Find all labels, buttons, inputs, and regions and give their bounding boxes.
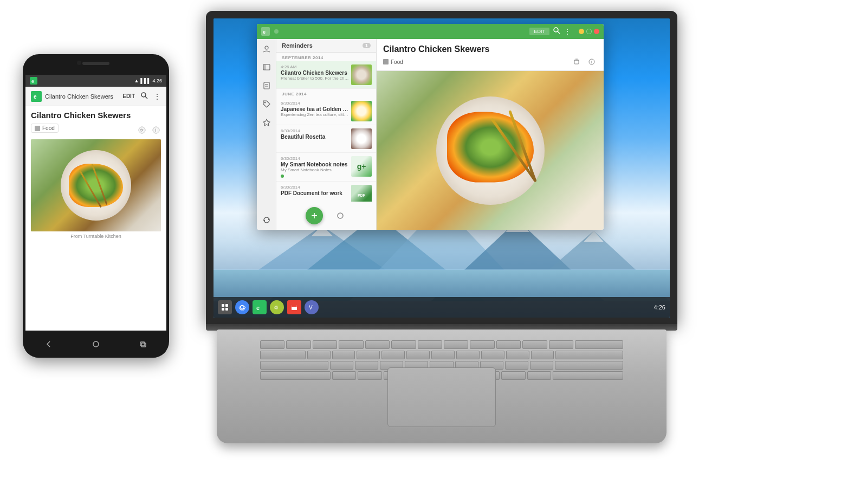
key[interactable] <box>260 351 306 359</box>
key[interactable] <box>527 371 552 380</box>
new-note-fab[interactable]: + <box>306 207 323 224</box>
phone-speaker <box>82 62 109 65</box>
key[interactable] <box>418 340 442 349</box>
key[interactable] <box>555 361 623 370</box>
key[interactable] <box>406 351 430 359</box>
phone-plate <box>61 150 131 221</box>
taskbar-calendar-icon[interactable] <box>287 300 301 314</box>
note-delete-btn[interactable] <box>571 56 582 67</box>
note-item-rosetta[interactable]: 6/30/2014 Beautiful Rosetta <box>276 125 376 153</box>
note-food-image <box>377 71 604 230</box>
key[interactable] <box>575 340 623 349</box>
titlebar-edit-button[interactable]: EDIT <box>529 28 549 35</box>
close-button[interactable] <box>594 29 599 34</box>
key[interactable] <box>358 371 382 380</box>
titlebar-right[interactable]: EDIT ⋮ <box>529 27 599 36</box>
phone-note-tag[interactable]: Food <box>31 124 59 133</box>
note-item-notebook[interactable]: 6/30/2014 My Smart Notebook notes My Sma… <box>276 153 376 182</box>
note-item-cilantro[interactable]: 4:26 AM Cilantro Chicken Skewers Preheat… <box>276 61 376 89</box>
key[interactable] <box>496 340 521 349</box>
key[interactable] <box>481 351 504 359</box>
phone-info-icon[interactable]: i <box>151 125 161 135</box>
note-info-btn[interactable]: i <box>586 56 597 67</box>
note-item-japanese-tea[interactable]: 6/30/2014 Japanese tea at Golden Gate Pa… <box>276 98 376 125</box>
sidebar-icon-shortcuts[interactable] <box>261 117 272 128</box>
titlebar-search-icon[interactable] <box>553 27 560 36</box>
svg-rect-9 <box>140 342 145 346</box>
key[interactable] <box>505 361 528 370</box>
key[interactable] <box>332 351 355 359</box>
sidebar-icon-account[interactable] <box>261 43 272 54</box>
key[interactable] <box>355 361 378 370</box>
phone-topbar-icons[interactable]: EDIT ⋮ <box>122 92 161 101</box>
phone-search-icon[interactable] <box>140 92 148 101</box>
phone-edit-button[interactable]: EDIT <box>122 93 135 99</box>
sidebar-icon-notebooks[interactable] <box>261 62 272 73</box>
key[interactable] <box>307 351 331 359</box>
svg-text:⟳: ⟳ <box>140 128 144 133</box>
key[interactable] <box>501 371 526 380</box>
sidebar-icon-tags[interactable] <box>261 99 272 109</box>
key[interactable] <box>286 340 310 349</box>
key[interactable] <box>555 351 623 359</box>
key[interactable] <box>357 351 380 359</box>
note-notebook-tag[interactable]: Food <box>383 59 403 65</box>
svg-marker-20 <box>584 231 604 242</box>
taskbar-evernote-icon[interactable]: e <box>253 300 267 314</box>
phone-recents-button[interactable] <box>135 339 151 350</box>
svg-rect-8 <box>93 341 99 347</box>
note-list-footer: + <box>276 202 376 230</box>
key[interactable] <box>313 340 337 349</box>
note-content-meta: Food i <box>383 56 597 67</box>
svg-point-25 <box>265 46 268 49</box>
key[interactable] <box>260 361 328 370</box>
phone-home-button[interactable] <box>88 339 104 350</box>
key[interactable] <box>391 340 416 349</box>
svg-marker-32 <box>263 119 270 126</box>
key[interactable] <box>260 340 284 349</box>
note-item-pdf[interactable]: 6/30/2014 PDF Document for work PDF <box>276 182 376 202</box>
phone-share-icon[interactable]: ⟳ <box>137 125 147 135</box>
phone-wifi-icon: ▲ <box>134 78 139 83</box>
phone-more-icon[interactable]: ⋮ <box>153 92 161 101</box>
key[interactable] <box>339 340 363 349</box>
phone-time: 4:26 <box>152 78 162 83</box>
minimize-button[interactable] <box>579 29 584 34</box>
key[interactable] <box>381 351 405 359</box>
phone-back-button[interactable] <box>41 339 57 350</box>
sidebar-icon-notes[interactable] <box>261 80 272 91</box>
key[interactable] <box>553 371 623 380</box>
key[interactable] <box>330 361 353 370</box>
key[interactable] <box>522 340 547 349</box>
titlebar-more-icon[interactable]: ⋮ <box>564 27 571 36</box>
phone-screen: e ▲ ▌▌▌ 4:26 e Cilantro Chicken Skewers … <box>25 75 166 331</box>
key[interactable] <box>260 371 331 380</box>
titlebar-left: e <box>261 27 279 36</box>
svg-rect-42 <box>222 308 224 311</box>
svg-text:e: e <box>31 79 34 83</box>
sync-icon[interactable] <box>334 209 347 222</box>
key[interactable] <box>332 371 357 380</box>
key[interactable] <box>506 351 529 359</box>
key[interactable] <box>365 340 390 349</box>
note-thumb-rosetta <box>351 128 372 149</box>
taskbar-grid-icon[interactable] <box>218 300 232 314</box>
note-item-content: 6/30/2014 Beautiful Rosetta <box>281 128 349 140</box>
key[interactable] <box>549 340 573 349</box>
taskbar-android-icon[interactable]: ⚙ <box>270 300 284 314</box>
key[interactable] <box>530 361 553 370</box>
note-item-content: 6/30/2014 Japanese tea at Golden Gate Pa… <box>281 101 349 117</box>
taskbar-chrome-icon[interactable] <box>235 300 249 314</box>
note-list-scroll[interactable]: SEPTEMBER 2014 4:26 AM Cilantro Chicken … <box>276 53 376 202</box>
svg-rect-10 <box>141 343 146 347</box>
key[interactable] <box>444 340 468 349</box>
laptop-touchpad[interactable] <box>387 367 496 427</box>
window-controls[interactable] <box>579 29 599 34</box>
key[interactable] <box>431 351 455 359</box>
sidebar-icon-sync[interactable] <box>261 215 272 225</box>
key[interactable] <box>456 351 480 359</box>
key[interactable] <box>531 351 554 359</box>
maximize-button[interactable] <box>586 29 592 34</box>
taskbar-vpn-icon[interactable]: V <box>305 300 319 314</box>
key[interactable] <box>470 340 494 349</box>
